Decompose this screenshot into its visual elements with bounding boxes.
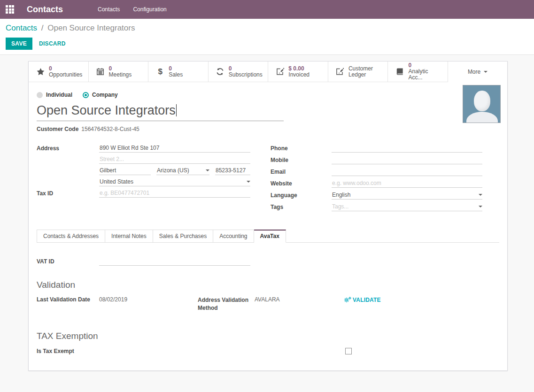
is-tax-exempt-checkbox[interactable] — [345, 348, 352, 354]
stat-analytic-accounts-button[interactable]: 0 Analytic Acc... — [388, 61, 448, 82]
email-input[interactable] — [332, 168, 482, 176]
customer-code-label: Customer Code — [37, 126, 78, 132]
phone-input[interactable] — [332, 145, 482, 153]
stat-value: 0 — [169, 66, 183, 72]
city-input[interactable]: Gilbert — [99, 167, 151, 175]
more-button-label: More — [468, 69, 480, 75]
radio-on-icon — [83, 92, 89, 98]
tags-placeholder: Tags... — [332, 203, 348, 210]
field-group: Address 890 W Elliot Rd Ste 107 Street 2… — [37, 145, 499, 215]
avatar[interactable] — [463, 85, 501, 123]
customer-code-value: 1564764532-8-Cust-45 — [81, 126, 139, 132]
stat-label: Analytic Acc... — [408, 69, 443, 81]
tax-exempt-row: Is Tax Exempt — [37, 347, 499, 354]
tab-avatax[interactable]: AvaTax — [254, 230, 286, 243]
tab-contacts-addresses[interactable]: Contacts & Addresses — [37, 230, 105, 243]
stat-invoiced-button[interactable]: $ 0.00 Invoiced — [268, 61, 328, 82]
edit-icon — [276, 68, 284, 76]
notebook-tabs: Contacts & Addresses Internal Notes Sale… — [37, 230, 499, 243]
stat-value: 0 — [109, 66, 132, 72]
breadcrumb: Contacts / Open Source Integrators — [6, 23, 528, 33]
action-bar: SAVE DISCARD — [6, 38, 528, 50]
menu-configuration[interactable]: Configuration — [133, 6, 166, 13]
tab-accounting[interactable]: Accounting — [213, 230, 254, 243]
tags-input[interactable]: Tags... — [332, 203, 482, 211]
website-input[interactable]: e.g. www.odoo.com — [332, 180, 482, 188]
radio-off-icon — [37, 92, 43, 98]
avatax-tab-content: VAT ID Validation Last Validation Date 0… — [37, 243, 499, 354]
chevron-down-icon — [484, 71, 488, 73]
tab-sales-purchases[interactable]: Sales & Purchases — [153, 230, 213, 243]
right-column: Phone Mobile Email Website e.g. www.odoo… — [271, 145, 482, 215]
email-label: Email — [271, 168, 332, 175]
language-select[interactable]: English — [332, 192, 482, 200]
vat-id-label: VAT ID — [37, 258, 99, 266]
tab-internal-notes[interactable]: Internal Notes — [105, 230, 153, 243]
breadcrumb-current: Open Source Integrators — [47, 23, 135, 32]
address-validation-method-label: Address Validation Method — [198, 296, 254, 312]
name-input[interactable]: Open Source Integrators — [37, 103, 284, 121]
dollar-icon: $ — [156, 68, 164, 76]
form-body: Individual Company Open Source Integrato… — [29, 82, 507, 354]
more-button[interactable]: More — [448, 61, 507, 82]
refresh-icon — [216, 68, 224, 76]
stat-value: 0 — [49, 66, 82, 72]
validate-button-label: VALIDATE — [353, 297, 381, 303]
validate-button[interactable]: VALIDATE — [344, 296, 381, 303]
last-validation-date-label: Last Validation Date — [37, 296, 99, 303]
phone-label: Phone — [271, 145, 332, 152]
stat-sales-button[interactable]: $ 0 Sales — [148, 61, 209, 82]
tags-label: Tags — [271, 203, 332, 210]
company-type-radio-group: Individual Company — [37, 92, 499, 98]
stat-subscriptions-button[interactable]: 0 Subscriptions — [209, 61, 269, 82]
text-cursor — [176, 104, 177, 116]
zip-input[interactable]: 85233-5127 — [215, 167, 250, 175]
radio-company-label: Company — [92, 92, 118, 98]
stat-label: Sales — [169, 72, 183, 78]
book-icon — [395, 68, 404, 76]
menu-contacts[interactable]: Contacts — [98, 6, 120, 13]
state-value: Arizona (US) — [157, 167, 189, 174]
stat-meetings-button[interactable]: 0 Meetings — [89, 61, 149, 82]
stat-button-bar: 0 Opportunities 0 Meetings $ 0 Sales — [29, 61, 507, 82]
chevron-down-icon — [479, 206, 482, 208]
mobile-input[interactable] — [332, 156, 482, 164]
vat-id-input[interactable] — [99, 258, 250, 266]
stat-value: $ 0.00 — [288, 66, 310, 72]
website-label: Website — [271, 180, 332, 187]
save-button[interactable]: SAVE — [6, 38, 32, 50]
street2-input[interactable]: Street 2... — [99, 156, 250, 164]
stat-label: Subscriptions — [229, 72, 263, 78]
left-column: Address 890 W Elliot Rd Ste 107 Street 2… — [37, 145, 250, 215]
address-label: Address — [37, 145, 99, 152]
customer-code-row: Customer Code 1564764532-8-Cust-45 — [37, 126, 499, 132]
is-tax-exempt-label: Is Tax Exempt — [37, 347, 345, 354]
top-nav-bar: Contacts Contacts Configuration — [0, 0, 534, 19]
stat-label: Invoiced — [288, 72, 310, 78]
stat-value: 0 — [229, 66, 263, 72]
radio-company[interactable]: Company — [83, 92, 118, 98]
country-select[interactable]: United States — [99, 178, 250, 186]
stat-opportunities-button[interactable]: 0 Opportunities — [29, 61, 89, 82]
state-select[interactable]: Arizona (US) — [156, 167, 209, 175]
star-icon — [36, 68, 45, 76]
contact-form-sheet: 0 Opportunities 0 Meetings $ 0 Sales — [28, 61, 508, 371]
stat-label: Meetings — [109, 72, 132, 78]
radio-individual-label: Individual — [46, 92, 72, 98]
stat-label: Customer Ledger — [348, 66, 379, 78]
apps-grid-icon[interactable] — [6, 5, 14, 14]
language-label: Language — [271, 192, 332, 199]
stat-customer-ledger-button[interactable]: Customer Ledger — [328, 61, 388, 82]
avatar-silhouette-head — [474, 91, 490, 111]
street-input[interactable]: 890 W Elliot Rd Ste 107 — [99, 145, 250, 153]
calendar-icon — [96, 68, 105, 76]
radio-individual[interactable]: Individual — [37, 92, 72, 98]
breadcrumb-parent-link[interactable]: Contacts — [6, 23, 37, 32]
discard-button[interactable]: DISCARD — [39, 40, 66, 47]
stat-label: Opportunities — [49, 72, 82, 78]
chevron-down-icon — [247, 181, 250, 183]
chevron-down-icon — [206, 169, 209, 171]
chevron-down-icon — [479, 194, 482, 196]
avatar-silhouette-shoulders — [466, 112, 498, 123]
tax-id-input[interactable]: e.g. BE0477472701 — [99, 190, 250, 198]
